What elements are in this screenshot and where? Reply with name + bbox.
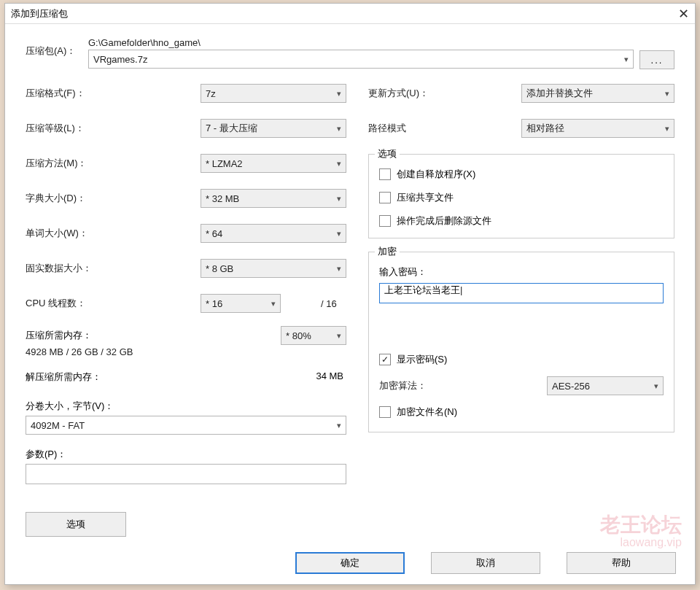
cpu-label: CPU 线程数：: [26, 297, 201, 310]
button-bar: 确定 取消 帮助: [295, 552, 676, 574]
show-password-checkbox[interactable]: ✓: [379, 354, 391, 365]
archive-filename-combo[interactable]: VRgames.7z ▾: [88, 50, 634, 69]
ok-button[interactable]: 确定: [295, 552, 405, 574]
chevron-down-icon: ▾: [665, 89, 669, 98]
format-label: 压缩格式(F)：: [26, 87, 201, 100]
chevron-down-icon: ▾: [271, 299, 276, 308]
chevron-down-icon: ▾: [337, 229, 341, 238]
update-label: 更新方式(U)：: [368, 87, 521, 100]
algo-label: 加密算法：: [379, 379, 547, 392]
chevron-down-icon: ▾: [337, 194, 341, 203]
archive-row: 压缩包(A)： G:\Gamefolder\hno_game\ VRgames.…: [26, 37, 674, 69]
close-icon[interactable]: ✕: [678, 6, 689, 22]
level-label: 压缩等级(L)：: [26, 122, 201, 135]
params-label: 参数(P)：: [26, 448, 346, 461]
help-button[interactable]: 帮助: [567, 552, 676, 574]
algo-combo[interactable]: AES-256 ▾: [547, 376, 664, 395]
sfx-checkbox[interactable]: [379, 168, 391, 180]
mem-decompress-label: 解压缩所需内存：: [26, 370, 101, 384]
delete-source-checkbox[interactable]: [379, 215, 391, 227]
params-input[interactable]: [26, 464, 346, 484]
shared-checkbox[interactable]: [379, 192, 391, 203]
cpu-combo[interactable]: * 16 ▾: [201, 294, 281, 313]
path-mode-combo[interactable]: 相对路径 ▾: [521, 119, 674, 138]
archive-mid: G:\Gamefolder\hno_game\ VRgames.7z ▾: [88, 37, 634, 69]
chevron-down-icon: ▾: [337, 421, 341, 430]
chevron-down-icon: ▾: [337, 331, 341, 341]
encryption-fieldset: 加密 输入密码： 上老王论坛当老王 ✓ 显示密码(S) 加密算法：: [368, 252, 674, 432]
mem-compress-label: 压缩所需内存：: [26, 329, 201, 342]
options-button[interactable]: 选项: [26, 512, 126, 537]
options-fieldset: 选项 创建自释放程序(X) 压缩共享文件 操作完成后删除源文件: [368, 154, 674, 238]
encryption-legend: 加密: [375, 245, 400, 258]
word-label: 单词大小(W)：: [26, 227, 201, 240]
titlebar[interactable]: 添加到压缩包 ✕: [5, 4, 695, 24]
chevron-down-icon: ▾: [654, 381, 658, 391]
archive-label: 压缩包(A)：: [26, 37, 82, 58]
shared-label: 压缩共享文件: [397, 191, 454, 204]
options-legend: 选项: [375, 147, 400, 160]
password-input[interactable]: 上老王论坛当老王: [379, 283, 664, 303]
solid-combo[interactable]: * 8 GB ▾: [201, 259, 346, 278]
add-to-archive-dialog: 添加到压缩包 ✕ 压缩包(A)： G:\Gamefolder\hno_game\…: [4, 3, 696, 585]
mem-percent-combo[interactable]: * 80% ▾: [281, 326, 346, 345]
left-column: 压缩格式(F)： 7z ▾ 压缩等级(L)： 7 - 最大压缩 ▾ 压缩方法(M…: [26, 84, 346, 537]
update-combo[interactable]: 添加并替换文件 ▾: [521, 84, 674, 103]
dialog-title: 添加到压缩包: [11, 7, 68, 20]
sfx-label: 创建自释放程序(X): [397, 168, 475, 181]
method-label: 压缩方法(M)：: [26, 157, 201, 170]
chevron-down-icon: ▾: [337, 264, 341, 273]
volume-label: 分卷大小，字节(V)：: [26, 400, 346, 413]
chevron-down-icon: ▾: [337, 124, 341, 133]
show-password-label: 显示密码(S): [397, 353, 447, 366]
level-combo[interactable]: 7 - 最大压缩 ▾: [201, 119, 346, 138]
mem-decompress-value: 34 MB: [316, 370, 343, 384]
browse-button[interactable]: ...: [639, 50, 674, 69]
cpu-total: / 16: [321, 298, 337, 309]
encrypt-names-label: 加密文件名(N): [397, 405, 457, 419]
dict-combo[interactable]: * 32 MB ▾: [201, 189, 346, 208]
path-mode-label: 路径模式: [368, 122, 521, 135]
mem-compress-value: 4928 MB / 26 GB / 32 GB: [26, 346, 346, 357]
chevron-down-icon: ▾: [337, 159, 341, 168]
encrypt-names-checkbox[interactable]: [379, 406, 391, 418]
volume-combo[interactable]: 4092M - FAT ▾: [26, 416, 346, 435]
delete-source-label: 操作完成后删除源文件: [397, 214, 491, 228]
ellipsis-icon: ...: [651, 55, 664, 66]
archive-filename: VRgames.7z: [93, 54, 147, 65]
dict-label: 字典大小(D)：: [26, 192, 201, 205]
format-combo[interactable]: 7z ▾: [201, 84, 346, 103]
right-column: 更新方式(U)： 添加并替换文件 ▾ 路径模式 相对路径 ▾ 选项: [368, 84, 674, 537]
solid-label: 固实数据大小：: [26, 262, 201, 275]
dialog-content: 压缩包(A)： G:\Gamefolder\hno_game\ VRgames.…: [5, 24, 695, 544]
method-combo[interactable]: * LZMA2 ▾: [201, 154, 346, 173]
word-combo[interactable]: * 64 ▾: [201, 224, 346, 243]
chevron-down-icon: ▾: [624, 55, 629, 64]
password-label: 输入密码：: [379, 265, 664, 279]
archive-path-dir: G:\Gamefolder\hno_game\: [88, 37, 634, 48]
cancel-button[interactable]: 取消: [431, 552, 540, 574]
chevron-down-icon: ▾: [337, 89, 341, 98]
chevron-down-icon: ▾: [665, 124, 669, 133]
